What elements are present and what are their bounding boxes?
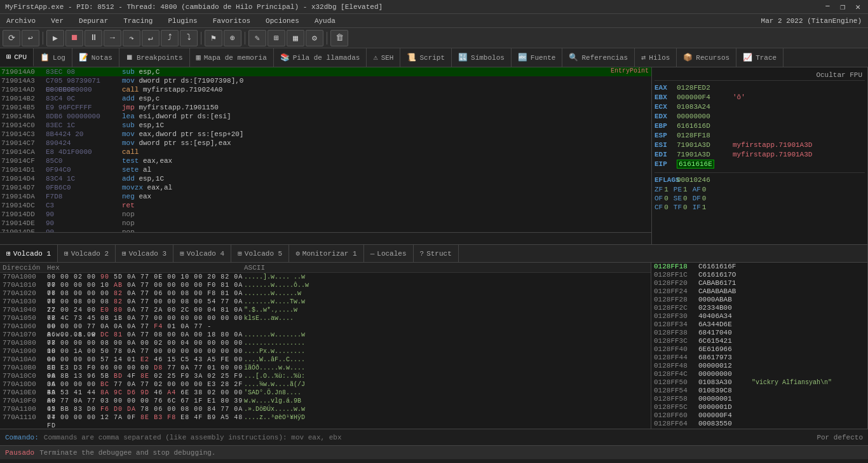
stack-row[interactable]: 0128FF4468617973 bbox=[651, 354, 867, 362]
register-row[interactable]: EAX0128FED2 bbox=[654, 83, 865, 92]
menu-favoritos[interactable]: Favoritos bbox=[209, 16, 254, 26]
register-row[interactable]: EIP6161616E bbox=[654, 160, 865, 169]
tb-stop[interactable]: ⏹ bbox=[65, 30, 83, 46]
stack-row[interactable]: 0128FF3040406A34 bbox=[651, 312, 867, 321]
disassembly-row[interactable]: 719014C7890424mov dword ptr ss:[esp],eax bbox=[0, 139, 651, 148]
tab-notas[interactable]: 📝 Notas bbox=[72, 48, 119, 67]
tb-step-out[interactable]: ↵ bbox=[142, 30, 159, 46]
register-row[interactable]: EBX000000F4'ô' bbox=[654, 93, 865, 102]
disassembly-row[interactable]: 719014DF90nop bbox=[0, 228, 651, 233]
stack-row[interactable]: 0128FF346A344D6E bbox=[651, 321, 867, 329]
stack-row[interactable]: 0128FF406E616966 bbox=[651, 345, 867, 354]
stack-row[interactable]: 0128FF6400083550 bbox=[651, 420, 867, 428]
dump-row[interactable]: 770A107006 00 08 00 DC 81 0A 77 08 00 0A… bbox=[0, 331, 651, 339]
tab-referencias[interactable]: 🔍 Referencias bbox=[562, 48, 635, 67]
stack-row[interactable]: 0128FF2C02334B00 bbox=[651, 304, 867, 312]
stack-row[interactable]: 0128FF18C6161616F bbox=[651, 263, 867, 271]
tab-trace[interactable]: 📈 Trace bbox=[736, 48, 783, 67]
tab-recursos[interactable]: 📦 Recursos bbox=[677, 48, 736, 67]
stack-row[interactable]: 0128FF4C00000000 bbox=[651, 370, 867, 378]
disassembly-row[interactable]: 719014DD90nop bbox=[0, 210, 651, 219]
tb-step-into[interactable]: → bbox=[104, 30, 121, 46]
btab-volcado1[interactable]: ⊞ Volcado 1 bbox=[0, 245, 58, 262]
tab-simbolos[interactable]: 🔣 Símbolos bbox=[452, 48, 512, 67]
stack-row[interactable]: 0128FF1CC6161617O bbox=[651, 271, 867, 279]
dump-row[interactable]: 770A102006 08 00 00 00 82 0A 77 06 00 08… bbox=[0, 289, 651, 298]
register-row[interactable]: ESI71901A3Dmyfirstapp.71901A3D bbox=[654, 141, 865, 149]
stack-row[interactable]: 0128FF5001083A30"vickry Alfiansyah\n" bbox=[651, 378, 867, 387]
tb-settings[interactable]: ⚙ bbox=[306, 30, 323, 46]
stack-row[interactable]: 0128FF3868417040 bbox=[651, 329, 867, 337]
btab-volcado2[interactable]: ⊞ Volcado 2 bbox=[58, 245, 116, 262]
tb-find[interactable]: ▦ bbox=[287, 30, 304, 46]
stack-row[interactable]: 0128FF5800000001 bbox=[651, 395, 867, 403]
tb-run[interactable]: ▶ bbox=[46, 30, 64, 46]
dump-row[interactable]: 770A104022 00 24 00 E0 80 0A 77 2A 00 2C… bbox=[0, 306, 651, 314]
maximize-button[interactable]: ❐ bbox=[837, 2, 848, 12]
register-row[interactable]: EDX00000000 bbox=[654, 112, 865, 121]
tb-restart[interactable]: ⟳ bbox=[3, 30, 20, 46]
btab-volcado4[interactable]: ⊞ Volcado 4 bbox=[173, 245, 231, 262]
disassembly-row[interactable]: 719014B5E9 96FCFFFFjmp myfirstapp.719011… bbox=[0, 103, 651, 112]
disassembly-row[interactable]: 719014BA8DB6 00000000lea esi,dword ptr d… bbox=[0, 112, 651, 121]
minimize-button[interactable]: − bbox=[823, 2, 833, 12]
close-button[interactable]: ✕ bbox=[853, 2, 863, 12]
dump-row[interactable]: 770A10B0EE E3 D3 F0 06 00 00 00 D8 77 0A… bbox=[0, 364, 651, 372]
stack-row[interactable]: 0128FF5C0000001D bbox=[651, 403, 867, 411]
disassembly-row[interactable]: 719014CF85C0test eax,eax bbox=[0, 156, 651, 165]
menu-plugins[interactable]: Plugins bbox=[164, 16, 201, 26]
disassembly-row[interactable]: 719014D10F94C0sete al bbox=[0, 165, 651, 174]
stack-row[interactable]: 0128FF4800000012 bbox=[651, 362, 867, 370]
disassembly-row[interactable]: 719014B283C4 0Cadd esp,c bbox=[0, 94, 651, 103]
tab-cpu[interactable]: ⊞ CPU bbox=[0, 48, 34, 67]
tab-mapa[interactable]: ▦ Mapa de memoria bbox=[190, 48, 274, 67]
tab-script[interactable]: 📜 Script bbox=[400, 48, 452, 67]
tb-undo[interactable]: ↩ bbox=[22, 30, 39, 46]
disassembly-row[interactable]: 719014DCC3ret bbox=[0, 201, 651, 210]
register-row[interactable]: EBP6161616D bbox=[654, 121, 865, 130]
dump-row[interactable]: 770A103006 00 08 00 08 82 0A 77 00 00 08… bbox=[0, 298, 651, 306]
tab-fuente[interactable]: 🔤 Fuente bbox=[512, 48, 563, 67]
tb-pause[interactable]: ⏸ bbox=[85, 30, 102, 46]
dump-row[interactable]: 770A10A000 00 00 00 57 14 01 E2 46 15 C5… bbox=[0, 356, 651, 364]
dump-row[interactable]: 770A108008 00 00 00 08 00 0A 00 02 00 04… bbox=[0, 339, 651, 347]
disassembly-row[interactable]: 719014CAE8 4D1F0000call bbox=[0, 148, 651, 156]
dump-row[interactable]: 770A109018 00 1A 00 50 78 0A 77 00 00 00… bbox=[0, 347, 651, 356]
tb-step-over[interactable]: ↷ bbox=[123, 30, 140, 46]
tab-seh[interactable]: ⚠ SEH bbox=[367, 48, 400, 67]
tb-delete[interactable]: 🗑 bbox=[330, 30, 348, 46]
dump-row[interactable]: 770A111004 00 00 00 12 7A 0F 8E B3 F8 E8… bbox=[0, 413, 651, 422]
register-row[interactable]: ECX01083A24 bbox=[654, 102, 865, 111]
menu-opciones[interactable]: Opciones bbox=[262, 16, 303, 26]
command-input[interactable] bbox=[44, 434, 812, 441]
dump-row[interactable]: 770A10D006 00 00 00 BC 77 0A 77 02 00 00… bbox=[0, 380, 651, 389]
disassembly-row[interactable]: 719014A083EC 08sub esp,C bbox=[0, 67, 651, 76]
tb-calc[interactable]: ⊞ bbox=[268, 30, 285, 46]
disassembly-row[interactable]: 719014A3C705 98739071 0000000mov dword p… bbox=[0, 76, 651, 85]
disassembly-row[interactable]: 719014ADE8 EE0F0000call myfirstapp.71902… bbox=[0, 85, 651, 94]
tab-log[interactable]: 📋 Log bbox=[34, 48, 72, 67]
stack-row[interactable]: 0128FF20CABAB6171 bbox=[651, 279, 867, 287]
register-row[interactable]: ESP0128FF18 bbox=[654, 131, 865, 140]
dump-row[interactable]: 770A10506B 4C 73 45 0B 1B 0A 77 00 00 00… bbox=[0, 314, 651, 322]
tb-run-to-cursor[interactable]: ⤴ bbox=[161, 30, 179, 46]
tab-pila[interactable]: 📚 Pila de llamadas bbox=[274, 48, 367, 67]
hide-fpu-button[interactable]: Ocultar FPU bbox=[654, 70, 865, 81]
dump-row[interactable]: 770A100000 00 02 00 90 5D 0A 77 0E 00 10… bbox=[0, 273, 651, 281]
stack-row[interactable]: 0128FF60000000F4 bbox=[651, 411, 867, 420]
menu-archivo[interactable]: Archivo bbox=[3, 16, 39, 26]
disassembly-panel[interactable]: EntryPoint 719014A083EC 08sub esp,C71901… bbox=[0, 67, 651, 233]
tb-breakpoint[interactable]: ⚑ bbox=[205, 30, 222, 46]
btab-locales[interactable]: — Locales bbox=[364, 245, 414, 262]
menu-tracing[interactable]: Tracing bbox=[119, 16, 156, 26]
tb-new-origin[interactable]: ⊕ bbox=[224, 30, 241, 46]
stack-row[interactable]: 0128FF24CABABABAB bbox=[651, 287, 867, 296]
disassembly-row[interactable]: 719014D70FB6C0movzx eax,al bbox=[0, 183, 651, 192]
dump-row[interactable]: 770A10E0B9 53 41 44 8A 9C D6 9D 46 A4 6E… bbox=[0, 389, 651, 397]
dump-row[interactable]: 770A10C09A 8B 13 96 5B BD 4F 8E 02 25 F9… bbox=[0, 372, 651, 380]
stack-row[interactable]: 0128FF54010839C8 bbox=[651, 387, 867, 395]
menu-ayuda[interactable]: Ayuda bbox=[311, 16, 339, 26]
stack-row[interactable]: 0128FF280000ABAB bbox=[651, 296, 867, 304]
tab-hilos[interactable]: ⇄ Hilos bbox=[635, 48, 677, 67]
dump-row[interactable]: 770A101000 00 00 00 10 AB 0A 77 00 00 00… bbox=[0, 281, 651, 289]
